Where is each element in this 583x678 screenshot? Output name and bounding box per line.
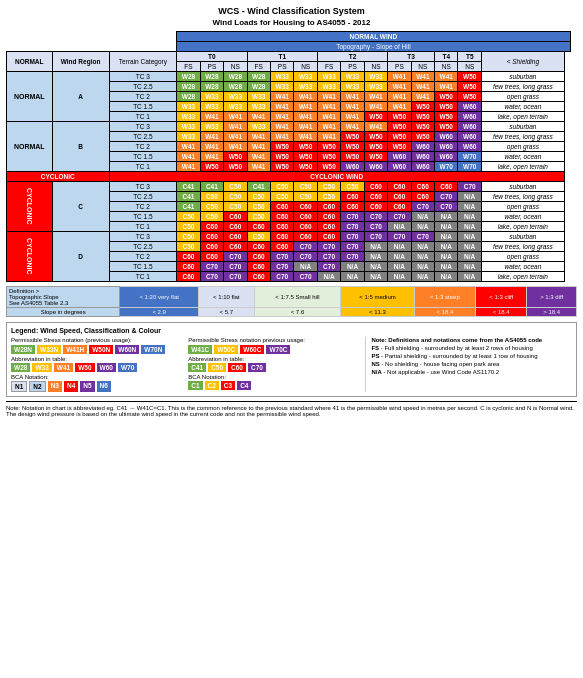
tc-d5: TC 1 <box>109 272 177 282</box>
tc-c1: TC 3 <box>109 182 177 192</box>
cell: W28 <box>247 82 270 92</box>
cell: W50 <box>364 142 387 152</box>
shielding-c5: lake, open terrain <box>481 222 564 232</box>
cell: W50 <box>435 102 458 112</box>
cell: W33 <box>247 102 270 112</box>
cell: C50 <box>224 192 247 202</box>
cell: W41 <box>200 132 223 142</box>
cell: C70 <box>294 242 317 252</box>
cell: C60 <box>247 242 270 252</box>
cell: W50 <box>294 162 317 172</box>
cell: W41 <box>270 102 293 112</box>
region-a: A <box>52 72 109 122</box>
cyclonic-bca-label: BCA Notation: <box>188 374 355 380</box>
cell: C50 <box>177 212 200 222</box>
shielding-header: < Shielding <box>481 52 564 72</box>
terrain-header: Terrain Category <box>109 52 177 72</box>
slope-degrees-label: Slope in degrees <box>7 308 120 317</box>
t5-header: T5 <box>458 52 481 62</box>
cell: W33 <box>294 82 317 92</box>
cell: W50 <box>270 152 293 162</box>
cell: C50 <box>270 182 293 192</box>
cell: W33 <box>224 92 247 102</box>
cell: W50 <box>458 92 481 102</box>
cell: C60 <box>411 192 434 202</box>
cell: W41 <box>388 72 411 82</box>
shielding-a2: few trees, long grass <box>481 82 564 92</box>
shielding-d2: few trees, long grass <box>481 242 564 252</box>
cell: W41 <box>364 92 387 102</box>
slope-deg-5: < 18.4 <box>476 308 527 317</box>
cell: W41 <box>435 82 458 92</box>
cell: W50 <box>364 132 387 142</box>
t4-header: T4 <box>435 52 458 62</box>
cell: N/A <box>458 252 481 262</box>
cell: W50 <box>317 142 340 152</box>
cell: W28 <box>177 92 200 102</box>
cell: W33 <box>200 92 223 102</box>
cell: W41 <box>411 82 434 92</box>
cell: W41 <box>224 132 247 142</box>
t5-ns: NS <box>458 62 481 72</box>
cell: W33 <box>364 82 387 92</box>
cell: C70 <box>317 242 340 252</box>
slope-deg-4: < 18.4 <box>414 308 475 317</box>
cell: C70 <box>200 262 223 272</box>
cell: W28 <box>247 72 270 82</box>
shielding-a1: suburban <box>481 72 564 82</box>
cell: C60 <box>364 182 387 192</box>
cell: C60 <box>177 262 200 272</box>
cell: C60 <box>247 262 270 272</box>
cell: W41 <box>411 92 434 102</box>
fs-def: FS - Full shielding - surrounded by at l… <box>371 345 572 351</box>
cell: C60 <box>294 222 317 232</box>
cell: W50 <box>317 152 340 162</box>
legend-w33: W33 <box>32 363 51 372</box>
cell: C70 <box>224 272 247 282</box>
cell: W50 <box>341 142 364 152</box>
legend-c50: C50 <box>208 363 226 372</box>
legend-w50c: W50C <box>214 345 238 354</box>
cell: N/A <box>364 262 387 272</box>
cell: W28 <box>177 82 200 92</box>
cell: W41 <box>247 142 270 152</box>
cell: C41 <box>247 182 270 192</box>
cell: W41 <box>270 92 293 102</box>
cell: W33 <box>247 122 270 132</box>
cell: W70 <box>458 162 481 172</box>
cell: C70 <box>270 272 293 282</box>
cell: C50 <box>247 202 270 212</box>
cell: C70 <box>341 242 364 252</box>
slope-deg-2: < 7.6 <box>254 308 341 317</box>
cell: C50 <box>341 182 364 192</box>
legend-normal-label: Permissible Stress notation (previous us… <box>11 337 178 343</box>
cell: C70 <box>364 232 387 242</box>
cell: C60 <box>247 272 270 282</box>
cell: C70 <box>341 232 364 242</box>
cell: W33 <box>270 82 293 92</box>
cell: C70 <box>411 232 434 242</box>
cell: N/A <box>458 202 481 212</box>
cell: N/A <box>388 222 411 232</box>
cell: N/A <box>411 272 434 282</box>
cell: W33 <box>200 102 223 112</box>
cell: N/A <box>458 242 481 252</box>
cell: W33 <box>294 72 317 82</box>
legend-c2: C2 <box>205 381 219 390</box>
na-def: N/A - Not applicable - use Wind Code AS1… <box>371 369 572 375</box>
cell: W41 <box>411 72 434 82</box>
footer-note: Note: Notation in chart is abbreviated e… <box>6 401 577 417</box>
cell: W41 <box>341 92 364 102</box>
cell: W50 <box>435 112 458 122</box>
cell: W33 <box>341 72 364 82</box>
cell: W41 <box>247 152 270 162</box>
cell: C60 <box>411 182 434 192</box>
slope-flat: < 1:10 flat <box>198 287 254 308</box>
tc-a1: TC 3 <box>109 72 177 82</box>
cell: C60 <box>317 222 340 232</box>
cell: N/A <box>458 272 481 282</box>
cell: N/A <box>364 272 387 282</box>
cell: C60 <box>224 232 247 242</box>
cell: C50 <box>317 192 340 202</box>
normal-col-header: NORMAL <box>7 52 53 72</box>
